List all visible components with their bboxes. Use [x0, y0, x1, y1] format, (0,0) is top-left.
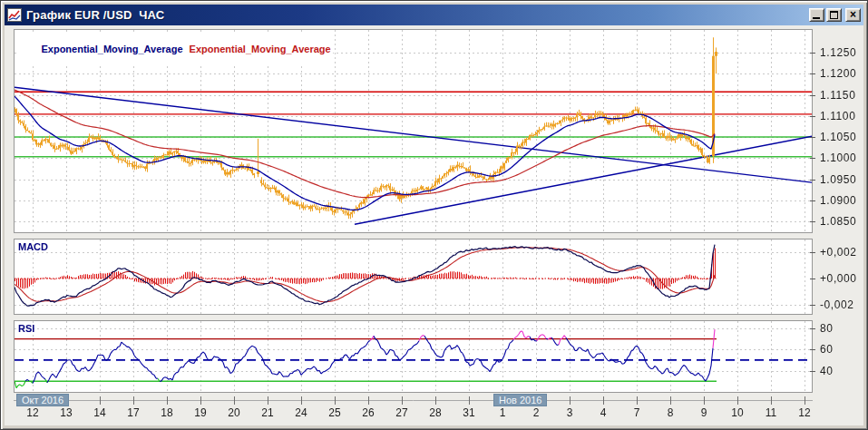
indicator-legend: Exponential_Moving_AverageExponential_Mo… [17, 33, 333, 65]
macd-axis-label: +0,002 [820, 246, 857, 259]
price-axis-label: 1.1200 [820, 67, 856, 80]
rsi-axis-label: 80 [820, 322, 834, 335]
rsi-panel[interactable]: RSI [14, 320, 813, 393]
price-axis-label: 1.1150 [820, 89, 855, 102]
rsi-axis-label: 60 [820, 343, 834, 356]
maximize-icon [830, 11, 838, 19]
legend-ema-slow-label[interactable]: Exponential_Moving_Average [190, 44, 331, 54]
close-button[interactable]: × [845, 8, 861, 22]
price-axis-label: 1.1050 [820, 131, 856, 143]
macd-label: MACD [18, 241, 48, 252]
close-icon: × [846, 7, 860, 23]
price-chart-panel[interactable]: Exponential_Moving_AverageExponential_Mo… [14, 29, 813, 233]
chart-client-area: Exponential_Moving_AverageExponential_Mo… [5, 25, 863, 425]
maximize-button[interactable] [826, 8, 842, 22]
macd-axis-label: -0,002 [820, 298, 854, 311]
time-axis [14, 393, 813, 420]
x-axis-canvas [14, 393, 813, 420]
macd-canvas[interactable] [15, 239, 812, 314]
title-bar[interactable]: График EUR /USD ЧАС × [5, 5, 863, 25]
macd-axis-label: +0,000 [820, 272, 857, 285]
price-axis-label: 1.1100 [820, 110, 855, 122]
macd-panel[interactable]: MACD [14, 239, 813, 315]
price-axis-label: 1.1000 [820, 151, 856, 164]
minimize-button[interactable] [809, 8, 824, 22]
legend-ema-fast-label[interactable]: Exponential_Moving_Average [41, 44, 182, 54]
rsi-label: RSI [18, 323, 34, 334]
price-axis-label: 1.0950 [820, 173, 856, 186]
price-axis-label: 1.0900 [820, 194, 856, 207]
rsi-canvas[interactable] [15, 321, 812, 392]
price-axis-label: 1.1250 [820, 46, 856, 59]
minimize-icon [813, 17, 820, 19]
price-axis-label: 1.0850 [820, 215, 856, 228]
chart-icon [7, 8, 23, 23]
window-title: График EUR /USD ЧАС [26, 8, 809, 22]
rsi-axis-label: 40 [820, 365, 834, 377]
app-window: График EUR /USD ЧАС × Exponential_Moving… [0, 0, 868, 430]
